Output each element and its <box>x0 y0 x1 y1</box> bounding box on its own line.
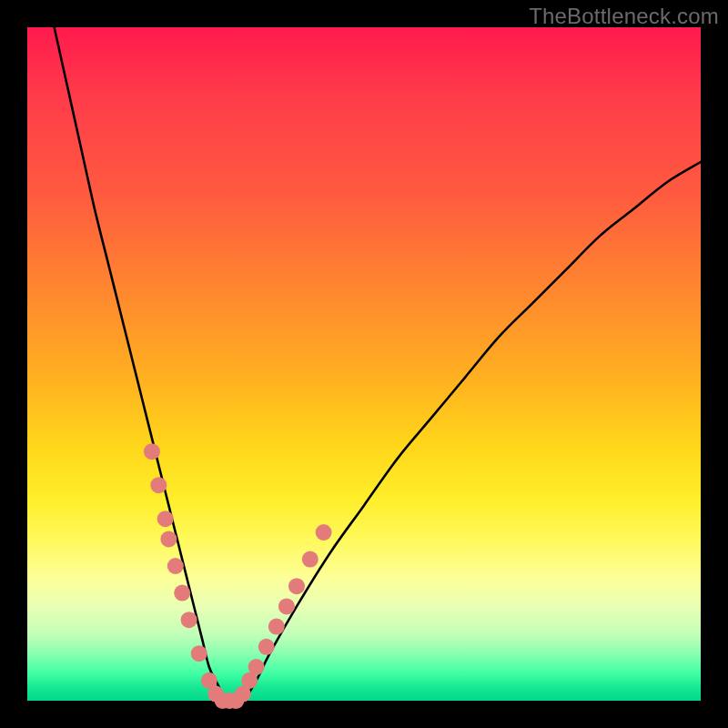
data-point <box>316 524 332 541</box>
chart-frame: TheBottleneck.com <box>0 0 728 728</box>
data-point <box>174 585 190 602</box>
data-points-group <box>144 443 332 709</box>
data-point <box>181 612 197 628</box>
data-point <box>288 578 305 594</box>
data-point <box>258 639 275 655</box>
data-point <box>302 551 318 568</box>
data-point <box>144 443 160 460</box>
data-point <box>167 558 184 574</box>
chart-svg <box>27 27 701 701</box>
data-point <box>268 619 285 635</box>
watermark-text: TheBottleneck.com <box>529 4 719 29</box>
data-point <box>191 645 207 662</box>
data-point <box>248 659 265 675</box>
plot-area <box>27 27 701 701</box>
data-point <box>157 511 174 527</box>
data-point <box>150 477 167 493</box>
bottleneck-curve <box>55 27 701 703</box>
data-point <box>160 531 177 547</box>
data-point <box>278 598 295 614</box>
